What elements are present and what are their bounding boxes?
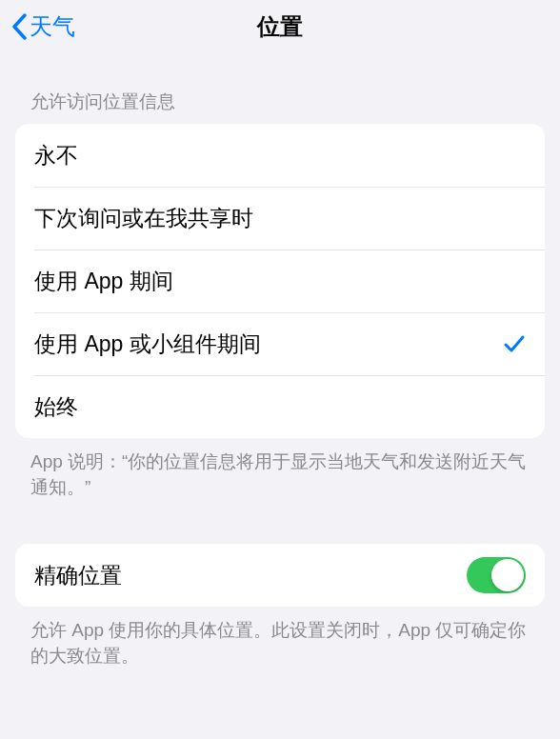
back-label: 天气 — [30, 11, 75, 42]
option-label: 始终 — [34, 392, 78, 422]
precise-location-label: 精确位置 — [34, 561, 122, 590]
option-label: 使用 App 期间 — [34, 267, 173, 296]
section-footer-app-description: App 说明：“你的位置信息将用于显示当地天气和发送附近天气通知。” — [0, 438, 560, 500]
section-spacer — [0, 500, 560, 544]
chevron-left-icon — [11, 13, 28, 40]
option-always[interactable]: 始终 — [15, 375, 545, 438]
option-ask-next-time[interactable]: 下次询问或在我共享时 — [15, 187, 545, 250]
location-access-group: 永不 下次询问或在我共享时 使用 App 期间 使用 App 或小组件期间 始终 — [15, 124, 545, 438]
page-title: 位置 — [257, 11, 303, 42]
section-header-location-access: 允许访问位置信息 — [0, 53, 560, 124]
precise-location-toggle[interactable] — [467, 557, 526, 593]
option-never[interactable]: 永不 — [15, 124, 545, 187]
navigation-bar: 天气 位置 — [0, 0, 560, 53]
option-while-using-app-or-widgets[interactable]: 使用 App 或小组件期间 — [15, 312, 545, 375]
option-while-using-app[interactable]: 使用 App 期间 — [15, 250, 545, 312]
precise-location-group: 精确位置 — [15, 544, 545, 607]
checkmark-icon — [503, 332, 526, 355]
precise-location-row: 精确位置 — [15, 544, 545, 607]
switch-knob — [491, 559, 524, 591]
option-label: 下次询问或在我共享时 — [34, 204, 253, 233]
option-label: 使用 App 或小组件期间 — [34, 330, 261, 359]
section-footer-precise-location: 允许 App 使用你的具体位置。此设置关闭时，App 仅可确定你的大致位置。 — [0, 607, 560, 669]
option-label: 永不 — [34, 141, 78, 170]
back-button[interactable]: 天气 — [8, 8, 79, 46]
